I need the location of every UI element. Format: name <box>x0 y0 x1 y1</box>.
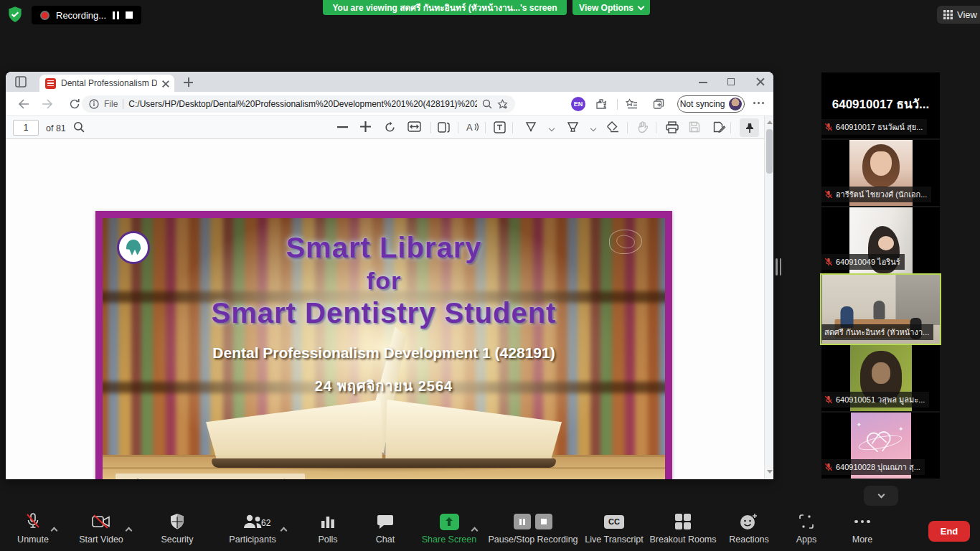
pdf-file-icon <box>45 78 56 89</box>
view-layout-button[interactable]: View <box>937 6 980 24</box>
divider <box>656 122 656 133</box>
zoom-page-icon[interactable] <box>482 99 492 109</box>
browser-menu-icon[interactable] <box>753 102 764 104</box>
print-icon[interactable] <box>666 121 679 133</box>
share-screen-button[interactable]: Share Screen <box>410 512 488 550</box>
recording-indicator: Recording... <box>32 6 141 24</box>
window-maximize-button[interactable] <box>727 78 735 85</box>
participants-button[interactable]: 62 Participants <box>215 512 290 550</box>
forward-button[interactable] <box>42 98 54 110</box>
search-document-icon[interactable] <box>73 121 85 133</box>
window-close-button[interactable] <box>756 77 764 85</box>
participant-tile-active-speaker[interactable]: สดศรี กันทะอินทร์ (หัวหน้างา... <box>821 275 940 344</box>
browser-tab-strip: Dental Professionalism Developm <box>6 72 773 92</box>
pin-toolbar-button[interactable] <box>740 118 759 137</box>
pause-recording-button[interactable] <box>113 11 119 19</box>
zoom-in-icon[interactable] <box>360 121 371 132</box>
highlighter-icon[interactable] <box>567 121 579 133</box>
slide-date: 24 พฤศจิกายน 2564 <box>103 375 665 397</box>
pause-stop-recording-button[interactable]: Pause/Stop Recording <box>479 512 587 550</box>
chevron-down-icon[interactable] <box>590 126 596 131</box>
divider <box>617 99 618 110</box>
more-dots-icon <box>854 514 870 529</box>
divider <box>627 122 628 133</box>
draw-pen-icon[interactable] <box>525 121 537 133</box>
participants-count: 62 <box>261 518 270 528</box>
save-as-icon[interactable] <box>713 121 726 133</box>
muted-mic-icon <box>824 190 833 199</box>
divider <box>485 122 486 133</box>
video-options-caret[interactable] <box>126 527 133 534</box>
scroll-down-arrow[interactable] <box>767 470 773 474</box>
tab-title: Dental Professionalism Developm <box>61 78 157 88</box>
reactions-button[interactable]: Reactions <box>717 512 781 550</box>
participant-tile[interactable]: ✦ ✦ ✦ ✦ 640910028 ปุณณภา สุ... <box>821 413 940 479</box>
new-tab-button[interactable] <box>184 77 193 87</box>
participant-tile[interactable]: 640910051 วสุพล มูลมะ... <box>821 345 940 411</box>
slide-byline: โดย... นางสดศรี กันทะอินทร์ หัวหน้างานห้… <box>116 474 305 479</box>
fit-to-width-icon[interactable] <box>407 121 421 132</box>
favorites-bar-icon[interactable] <box>626 98 638 110</box>
chat-button[interactable]: Chat <box>363 512 407 550</box>
address-bar[interactable]: File C:/Users/HP/Desktop/Dental%20Profes… <box>82 95 515 113</box>
audio-options-caret[interactable] <box>51 527 58 534</box>
browser-tab[interactable]: Dental Professionalism Developm <box>39 75 174 92</box>
end-meeting-button[interactable]: End <box>928 521 970 542</box>
language-en-badge[interactable]: EN <box>571 97 585 111</box>
tab-close-icon[interactable] <box>162 80 169 87</box>
chevron-down-icon[interactable] <box>549 126 555 131</box>
unmute-button[interactable]: Unmute <box>7 512 59 550</box>
browser-profile-button[interactable]: Not syncing <box>677 95 745 113</box>
closed-captions-icon: CC <box>604 515 624 529</box>
breakout-rooms-button[interactable]: Breakout Rooms <box>641 512 725 550</box>
page-view-icon[interactable] <box>438 121 451 133</box>
muted-mic-icon <box>824 463 833 471</box>
breakout-rooms-icon <box>675 514 691 529</box>
eraser-icon[interactable] <box>607 121 620 133</box>
zoom-out-icon[interactable] <box>337 126 348 128</box>
share-screen-icon <box>440 514 459 530</box>
refresh-button[interactable] <box>69 98 80 110</box>
stop-recording-button[interactable] <box>126 11 133 19</box>
pin-icon <box>745 123 755 133</box>
vertical-tabs-icon[interactable] <box>15 76 27 88</box>
share-options-caret[interactable] <box>471 527 479 534</box>
pdf-content-area[interactable]: Smart Library for Smart Dentistry Studen… <box>6 139 764 479</box>
pause-recording-icon[interactable] <box>514 514 531 529</box>
stop-recording-icon[interactable] <box>535 514 552 529</box>
extensions-icon[interactable] <box>595 98 607 110</box>
back-button[interactable] <box>17 98 29 110</box>
more-button[interactable]: More <box>837 512 888 550</box>
security-shield-icon <box>169 513 185 530</box>
info-icon[interactable] <box>89 99 99 109</box>
add-text-icon[interactable] <box>494 121 506 133</box>
apps-button[interactable]: Apps <box>785 512 828 550</box>
read-aloud-icon[interactable]: A <box>466 121 479 133</box>
participant-tile[interactable]: 640910049 ไอรินร์ <box>821 207 940 273</box>
muted-mic-icon <box>824 258 833 266</box>
slide-title: Smart Library for Smart Dentistry Studen… <box>103 231 665 330</box>
hand-tool-icon <box>637 121 648 133</box>
scrollbar-thumb[interactable] <box>766 129 773 174</box>
panel-resize-handle[interactable] <box>776 258 782 276</box>
page-number-input[interactable] <box>13 120 39 136</box>
start-video-button[interactable]: Start Video <box>69 512 133 550</box>
chevron-down-icon <box>877 491 885 499</box>
security-button[interactable]: Security <box>146 512 208 550</box>
view-options-button[interactable]: View Options <box>573 0 650 15</box>
window-minimize-button[interactable] <box>699 77 707 85</box>
add-favorite-star-icon[interactable] <box>497 99 508 110</box>
divider <box>458 122 458 133</box>
collections-icon[interactable] <box>653 98 664 110</box>
polls-button[interactable]: Polls <box>306 512 350 550</box>
record-dot-icon <box>40 11 50 20</box>
more-participants-button[interactable] <box>864 486 898 506</box>
participants-options-caret[interactable] <box>281 527 288 534</box>
participant-tile[interactable]: 640910017 ธนวั... 640910017 ธนวัฒน์ สุย.… <box>821 72 940 138</box>
rotate-icon[interactable] <box>384 121 396 133</box>
participant-name-label: 640910051 วสุพล มูลมะ... <box>821 392 929 408</box>
pdf-scrollbar[interactable] <box>764 116 773 479</box>
recording-label: Recording... <box>56 10 106 21</box>
scroll-up-arrow[interactable] <box>767 121 773 124</box>
participant-tile[interactable]: อารีรัตน์ ไชยวงศ์ (นักเอก... <box>821 140 940 206</box>
